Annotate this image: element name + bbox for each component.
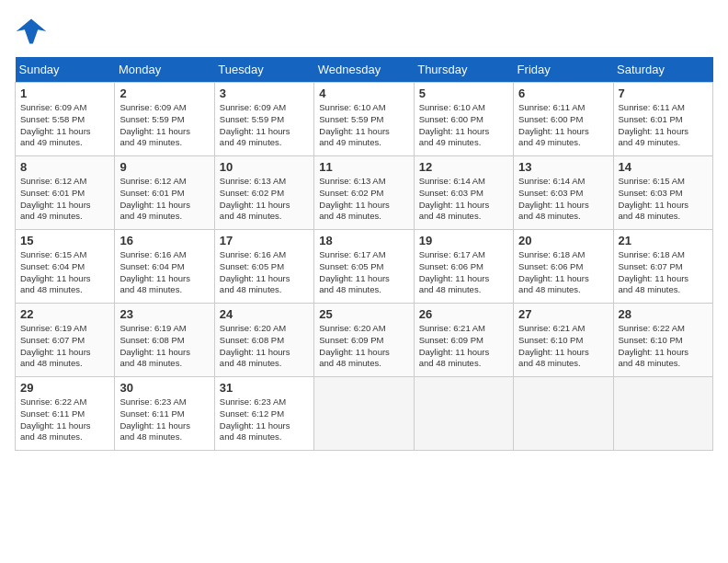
calendar-week-3: 15Sunrise: 6:15 AMSunset: 6:04 PMDayligh… xyxy=(16,230,713,304)
day-info: Sunrise: 6:11 AMSunset: 6:00 PMDaylight:… xyxy=(518,102,608,149)
day-number: 4 xyxy=(319,86,408,100)
day-number: 17 xyxy=(220,234,309,247)
weekday-header-sunday: Sunday xyxy=(16,57,115,83)
day-info: Sunrise: 6:23 AMSunset: 6:11 PMDaylight:… xyxy=(119,396,209,443)
calendar-cell: 31Sunrise: 6:23 AMSunset: 6:12 PMDayligh… xyxy=(214,377,313,451)
day-info: Sunrise: 6:19 AMSunset: 6:07 PMDaylight:… xyxy=(20,323,109,370)
weekday-header-monday: Monday xyxy=(115,57,214,83)
day-info: Sunrise: 6:17 AMSunset: 6:05 PMDaylight:… xyxy=(319,249,408,296)
day-number: 5 xyxy=(419,86,508,100)
calendar-cell: 6Sunrise: 6:11 AMSunset: 6:00 PMDaylight… xyxy=(514,83,613,156)
day-info: Sunrise: 6:21 AMSunset: 6:09 PMDaylight:… xyxy=(419,323,508,370)
day-info: Sunrise: 6:10 AMSunset: 5:59 PMDaylight:… xyxy=(319,102,408,149)
day-info: Sunrise: 6:16 AMSunset: 6:05 PMDaylight:… xyxy=(220,249,309,296)
day-info: Sunrise: 6:13 AMSunset: 6:02 PMDaylight:… xyxy=(319,176,408,223)
calendar-cell xyxy=(414,377,513,451)
weekday-header-friday: Friday xyxy=(514,57,613,83)
svg-marker-0 xyxy=(17,19,46,44)
calendar-cell xyxy=(613,377,712,451)
day-info: Sunrise: 6:12 AMSunset: 6:01 PMDaylight:… xyxy=(20,176,109,223)
calendar-week-5: 29Sunrise: 6:22 AMSunset: 6:11 PMDayligh… xyxy=(16,377,713,451)
day-info: Sunrise: 6:13 AMSunset: 6:02 PMDaylight:… xyxy=(220,176,309,223)
day-info: Sunrise: 6:20 AMSunset: 6:08 PMDaylight:… xyxy=(220,323,309,370)
logo xyxy=(15,15,51,48)
day-info: Sunrise: 6:17 AMSunset: 6:06 PMDaylight:… xyxy=(419,249,508,296)
calendar-body: 1Sunrise: 6:09 AMSunset: 5:58 PMDaylight… xyxy=(16,83,713,451)
calendar-cell: 23Sunrise: 6:19 AMSunset: 6:08 PMDayligh… xyxy=(115,304,214,377)
weekday-header-saturday: Saturday xyxy=(613,57,712,83)
day-number: 11 xyxy=(319,160,408,174)
day-number: 7 xyxy=(619,86,708,100)
page-header xyxy=(15,15,713,48)
day-number: 23 xyxy=(119,307,209,321)
calendar-cell: 9Sunrise: 6:12 AMSunset: 6:01 PMDaylight… xyxy=(115,156,214,230)
calendar-cell: 11Sunrise: 6:13 AMSunset: 6:02 PMDayligh… xyxy=(314,156,414,230)
day-number: 10 xyxy=(220,160,309,174)
weekday-header-thursday: Thursday xyxy=(414,57,513,83)
day-number: 27 xyxy=(518,307,608,321)
day-number: 15 xyxy=(20,234,109,247)
calendar-cell: 1Sunrise: 6:09 AMSunset: 5:58 PMDaylight… xyxy=(16,83,115,156)
day-info: Sunrise: 6:15 AMSunset: 6:04 PMDaylight:… xyxy=(20,249,109,296)
day-number: 21 xyxy=(619,234,708,247)
calendar-cell: 7Sunrise: 6:11 AMSunset: 6:01 PMDaylight… xyxy=(613,83,712,156)
calendar-week-4: 22Sunrise: 6:19 AMSunset: 6:07 PMDayligh… xyxy=(16,304,713,377)
weekday-header-wednesday: Wednesday xyxy=(314,57,414,83)
calendar-cell: 15Sunrise: 6:15 AMSunset: 6:04 PMDayligh… xyxy=(16,230,115,304)
day-info: Sunrise: 6:18 AMSunset: 6:06 PMDaylight:… xyxy=(518,249,608,296)
day-number: 14 xyxy=(619,160,708,174)
day-number: 6 xyxy=(518,86,608,100)
logo-bird-icon xyxy=(15,15,48,48)
calendar-cell: 30Sunrise: 6:23 AMSunset: 6:11 PMDayligh… xyxy=(115,377,214,451)
calendar-cell: 13Sunrise: 6:14 AMSunset: 6:03 PMDayligh… xyxy=(514,156,613,230)
calendar-cell: 27Sunrise: 6:21 AMSunset: 6:10 PMDayligh… xyxy=(514,304,613,377)
day-number: 12 xyxy=(419,160,508,174)
day-number: 24 xyxy=(220,307,309,321)
calendar-cell: 17Sunrise: 6:16 AMSunset: 6:05 PMDayligh… xyxy=(214,230,313,304)
day-number: 1 xyxy=(20,86,109,100)
calendar-cell: 10Sunrise: 6:13 AMSunset: 6:02 PMDayligh… xyxy=(214,156,313,230)
day-number: 13 xyxy=(518,160,608,174)
calendar-cell: 16Sunrise: 6:16 AMSunset: 6:04 PMDayligh… xyxy=(115,230,214,304)
day-info: Sunrise: 6:14 AMSunset: 6:03 PMDaylight:… xyxy=(518,176,608,223)
day-number: 28 xyxy=(619,307,708,321)
day-info: Sunrise: 6:22 AMSunset: 6:10 PMDaylight:… xyxy=(619,323,708,370)
day-number: 31 xyxy=(220,381,309,395)
calendar-cell xyxy=(314,377,414,451)
calendar-week-1: 1Sunrise: 6:09 AMSunset: 5:58 PMDaylight… xyxy=(16,83,713,156)
day-number: 18 xyxy=(319,234,408,247)
day-number: 22 xyxy=(20,307,109,321)
calendar-cell: 20Sunrise: 6:18 AMSunset: 6:06 PMDayligh… xyxy=(514,230,613,304)
day-info: Sunrise: 6:09 AMSunset: 5:59 PMDaylight:… xyxy=(220,102,309,149)
calendar-cell: 12Sunrise: 6:14 AMSunset: 6:03 PMDayligh… xyxy=(414,156,513,230)
calendar-cell: 26Sunrise: 6:21 AMSunset: 6:09 PMDayligh… xyxy=(414,304,513,377)
day-info: Sunrise: 6:10 AMSunset: 6:00 PMDaylight:… xyxy=(419,102,508,149)
calendar-cell: 4Sunrise: 6:10 AMSunset: 5:59 PMDaylight… xyxy=(314,83,414,156)
day-info: Sunrise: 6:09 AMSunset: 5:58 PMDaylight:… xyxy=(20,102,109,149)
calendar-cell: 22Sunrise: 6:19 AMSunset: 6:07 PMDayligh… xyxy=(16,304,115,377)
day-info: Sunrise: 6:23 AMSunset: 6:12 PMDaylight:… xyxy=(220,396,309,443)
day-number: 25 xyxy=(319,307,408,321)
day-info: Sunrise: 6:09 AMSunset: 5:59 PMDaylight:… xyxy=(119,102,209,149)
calendar-cell: 14Sunrise: 6:15 AMSunset: 6:03 PMDayligh… xyxy=(613,156,712,230)
calendar-cell xyxy=(514,377,613,451)
day-info: Sunrise: 6:18 AMSunset: 6:07 PMDaylight:… xyxy=(619,249,708,296)
calendar-cell: 5Sunrise: 6:10 AMSunset: 6:00 PMDaylight… xyxy=(414,83,513,156)
day-info: Sunrise: 6:14 AMSunset: 6:03 PMDaylight:… xyxy=(419,176,508,223)
calendar-cell: 25Sunrise: 6:20 AMSunset: 6:09 PMDayligh… xyxy=(314,304,414,377)
calendar-cell: 28Sunrise: 6:22 AMSunset: 6:10 PMDayligh… xyxy=(613,304,712,377)
calendar-week-2: 8Sunrise: 6:12 AMSunset: 6:01 PMDaylight… xyxy=(16,156,713,230)
weekday-header-row: SundayMondayTuesdayWednesdayThursdayFrid… xyxy=(16,57,713,83)
day-number: 16 xyxy=(119,234,209,247)
day-info: Sunrise: 6:15 AMSunset: 6:03 PMDaylight:… xyxy=(619,176,708,223)
day-number: 29 xyxy=(20,381,109,395)
calendar-cell: 18Sunrise: 6:17 AMSunset: 6:05 PMDayligh… xyxy=(314,230,414,304)
day-info: Sunrise: 6:12 AMSunset: 6:01 PMDaylight:… xyxy=(119,176,209,223)
day-number: 9 xyxy=(119,160,209,174)
calendar-cell: 24Sunrise: 6:20 AMSunset: 6:08 PMDayligh… xyxy=(214,304,313,377)
calendar-cell: 21Sunrise: 6:18 AMSunset: 6:07 PMDayligh… xyxy=(613,230,712,304)
day-info: Sunrise: 6:20 AMSunset: 6:09 PMDaylight:… xyxy=(319,323,408,370)
day-number: 8 xyxy=(20,160,109,174)
day-number: 30 xyxy=(119,381,209,395)
day-number: 19 xyxy=(419,234,508,247)
